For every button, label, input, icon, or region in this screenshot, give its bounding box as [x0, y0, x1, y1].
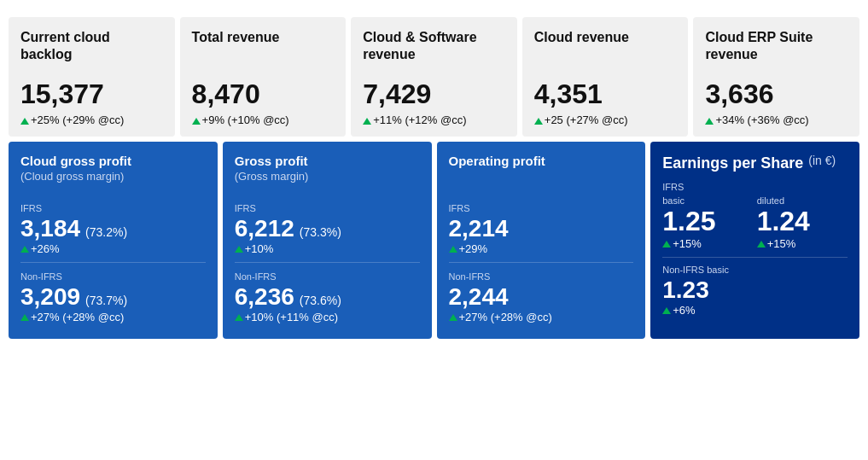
- eps-basic-label: basic: [662, 195, 753, 206]
- card-gross-profit: Gross profit (Gross margin) IFRS 6,212 (…: [223, 142, 432, 339]
- card-subtitle-cloud-gross-profit: (Cloud gross margin): [20, 170, 206, 183]
- ifrs-change-cloud-gross-profit: +26%: [20, 242, 206, 255]
- eps-divider: [662, 257, 848, 258]
- ifrs-change-operating-profit: +29%: [449, 242, 634, 255]
- nonifrs-label-operating-profit: Non-IFRS: [449, 271, 634, 282]
- nonifrs-change-gross-profit: +10% (+11% @cc): [235, 311, 420, 323]
- card-cloud-erp-suite: Cloud ERP Suite revenue 3,636 +34% (+36%…: [693, 17, 859, 137]
- card-title-cloud-software-revenue: Cloud & Software revenue: [363, 29, 505, 63]
- nonifrs-change-operating-profit: +27% (+28% @cc): [449, 311, 634, 323]
- card-title-cloud-revenue: Cloud revenue: [534, 29, 677, 46]
- eps-basic-col: basic 1.25 +15%: [662, 195, 753, 250]
- arrow-up-icon: [192, 118, 201, 125]
- eps-nonifrs-change: +6%: [662, 304, 848, 317]
- card-change-total-revenue: +9% (+10% @cc): [192, 114, 335, 126]
- eps-in-euro: (in €): [808, 154, 836, 167]
- card-change-cloud-revenue: +25 (+27% @cc): [534, 114, 677, 126]
- card-cloud-software-revenue: Cloud & Software revenue 7,429 +11% (+12…: [351, 17, 517, 137]
- ifrs-value-row-cloud-gross-profit: 3,184 (73.2%): [20, 215, 206, 242]
- nonifrs-pct-gross-profit: (73.6%): [300, 294, 341, 307]
- card-value-cloud-erp-suite: 3,636: [705, 79, 848, 110]
- card-title-cloud-erp-suite: Cloud ERP Suite revenue: [705, 29, 848, 63]
- divider: [449, 262, 634, 263]
- nonifrs-label-cloud-gross-profit: Non-IFRS: [20, 271, 206, 282]
- card-title-current-cloud-backlog: Current cloud backlog: [20, 29, 163, 63]
- card-value-total-revenue: 8,470: [192, 79, 335, 110]
- eps-diluted-value: 1.24: [757, 206, 848, 237]
- arrow-up-icon: [662, 307, 671, 314]
- card-title-operating-profit: Operating profit: [449, 154, 634, 170]
- arrow-up-icon: [363, 118, 371, 125]
- arrow-up-icon: [534, 118, 543, 125]
- eps-ifrs-grid: basic 1.25 +15% diluted 1.24 +15%: [662, 195, 848, 250]
- ifrs-label-operating-profit: IFRS: [449, 203, 634, 213]
- card-change-cloud-software-revenue: +11% (+12% @cc): [363, 114, 505, 126]
- ifrs-pct-cloud-gross-profit: (73.2%): [85, 225, 127, 239]
- bottom-cards-grid: Cloud gross profit (Cloud gross margin) …: [9, 142, 859, 339]
- eps-ifrs-label: IFRS: [662, 182, 848, 192]
- arrow-up-icon: [662, 241, 671, 247]
- eps-diluted-change: +15%: [757, 237, 848, 250]
- ifrs-value-operating-profit: 2,214: [449, 215, 509, 242]
- ifrs-pct-gross-profit: (73.3%): [300, 225, 341, 239]
- card-current-cloud-backlog: Current cloud backlog 15,377 +25% (+29% …: [9, 17, 175, 137]
- nonifrs-change-cloud-gross-profit: +27% (+28% @cc): [20, 311, 206, 323]
- arrow-up-icon: [20, 314, 29, 321]
- nonifrs-value-cloud-gross-profit: 3,209: [20, 283, 80, 311]
- card-title-cloud-gross-profit: Cloud gross profit: [20, 154, 206, 170]
- arrow-up-icon: [705, 118, 714, 125]
- divider: [20, 262, 206, 263]
- card-eps: Earnings per Share (in €) IFRS basic 1.2…: [650, 142, 859, 339]
- card-operating-profit: Operating profit IFRS 2,214 +29% Non-IFR…: [437, 142, 646, 339]
- nonifrs-value-row-gross-profit: 6,236 (73.6%): [235, 283, 420, 311]
- card-value-cloud-software-revenue: 7,429: [363, 79, 505, 110]
- nonifrs-value-row-operating-profit: 2,244: [449, 283, 634, 311]
- card-title-gross-profit: Gross profit: [235, 154, 420, 170]
- ifrs-value-cloud-gross-profit: 3,184: [20, 215, 80, 242]
- ifrs-value-row-gross-profit: 6,212 (73.3%): [235, 215, 420, 242]
- top-cards-grid: Current cloud backlog 15,377 +25% (+29% …: [9, 17, 859, 137]
- ifrs-value-row-operating-profit: 2,214: [449, 215, 634, 242]
- arrow-up-icon: [235, 314, 243, 321]
- nonifrs-pct-cloud-gross-profit: (73.7%): [85, 294, 127, 307]
- card-cloud-revenue: Cloud revenue 4,351 +25 (+27% @cc): [522, 17, 689, 137]
- nonifrs-value-gross-profit: 6,236: [235, 283, 294, 311]
- ifrs-change-gross-profit: +10%: [235, 242, 420, 255]
- ifrs-value-gross-profit: 6,212: [235, 215, 294, 242]
- nonifrs-value-operating-profit: 2,244: [449, 283, 509, 311]
- card-title-total-revenue: Total revenue: [192, 29, 335, 46]
- eps-nonifrs-label: Non-IFRS basic: [662, 265, 848, 275]
- arrow-up-icon: [20, 118, 29, 125]
- divider: [235, 262, 420, 263]
- card-subtitle-gross-profit: (Gross margin): [235, 170, 420, 183]
- eps-diluted-col: diluted 1.24 +15%: [757, 195, 848, 250]
- card-cloud-gross-profit: Cloud gross profit (Cloud gross margin) …: [9, 142, 218, 339]
- arrow-up-icon: [449, 246, 457, 253]
- arrow-up-icon: [235, 246, 243, 253]
- nonifrs-label-gross-profit: Non-IFRS: [235, 271, 420, 282]
- card-change-current-cloud-backlog: +25% (+29% @cc): [20, 114, 163, 126]
- card-change-cloud-erp-suite: +34% (+36% @cc): [705, 114, 848, 126]
- card-value-cloud-revenue: 4,351: [534, 79, 677, 110]
- eps-basic-value: 1.25: [662, 206, 753, 237]
- eps-diluted-label: diluted: [757, 195, 848, 206]
- nonifrs-value-row-cloud-gross-profit: 3,209 (73.7%): [20, 283, 206, 311]
- eps-nonifrs-value: 1.23: [662, 277, 848, 304]
- arrow-up-icon: [20, 246, 29, 253]
- eps-basic-change: +15%: [662, 237, 753, 250]
- ifrs-label-gross-profit: IFRS: [235, 203, 420, 213]
- arrow-up-icon: [449, 314, 457, 321]
- eps-title: Earnings per Share: [662, 154, 803, 173]
- ifrs-label-cloud-gross-profit: IFRS: [20, 203, 206, 213]
- card-value-current-cloud-backlog: 15,377: [20, 79, 163, 110]
- card-total-revenue: Total revenue 8,470 +9% (+10% @cc): [180, 17, 347, 137]
- arrow-up-icon: [757, 241, 766, 247]
